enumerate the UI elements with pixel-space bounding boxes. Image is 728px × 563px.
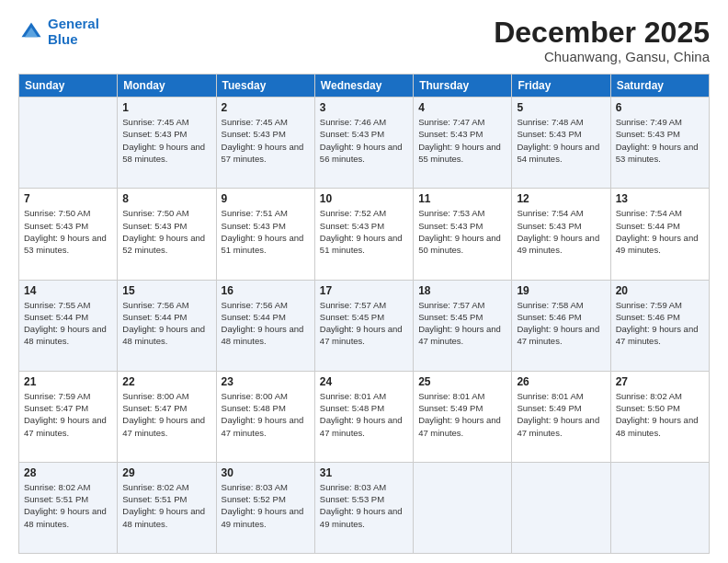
day-info: Sunrise: 8:00 AM Sunset: 5:47 PM Dayligh… — [122, 390, 210, 439]
day-number: 1 — [122, 101, 210, 114]
day-cell: 6Sunrise: 7:49 AM Sunset: 5:43 PM Daylig… — [610, 98, 709, 189]
day-cell: 18Sunrise: 7:57 AM Sunset: 5:45 PM Dayli… — [414, 280, 512, 371]
day-info: Sunrise: 7:50 AM Sunset: 5:43 PM Dayligh… — [24, 207, 112, 256]
weekday-header-thursday: Thursday — [414, 75, 512, 98]
day-cell: 19Sunrise: 7:58 AM Sunset: 5:46 PM Dayli… — [512, 280, 610, 371]
day-info: Sunrise: 7:58 AM Sunset: 5:46 PM Dayligh… — [517, 299, 605, 348]
day-info: Sunrise: 7:47 AM Sunset: 5:43 PM Dayligh… — [418, 116, 506, 165]
day-cell: 3Sunrise: 7:46 AM Sunset: 5:43 PM Daylig… — [314, 98, 413, 189]
day-cell: 25Sunrise: 8:01 AM Sunset: 5:49 PM Dayli… — [414, 371, 512, 462]
day-info: Sunrise: 7:57 AM Sunset: 5:45 PM Dayligh… — [320, 299, 408, 348]
day-cell — [512, 462, 610, 553]
location-title: Chuanwang, Gansu, China — [494, 49, 710, 64]
day-cell: 5Sunrise: 7:48 AM Sunset: 5:43 PM Daylig… — [512, 98, 610, 189]
day-number: 29 — [122, 466, 210, 479]
calendar-table: SundayMondayTuesdayWednesdayThursdayFrid… — [18, 74, 710, 554]
day-cell: 28Sunrise: 8:02 AM Sunset: 5:51 PM Dayli… — [19, 462, 118, 553]
day-cell: 12Sunrise: 7:54 AM Sunset: 5:43 PM Dayli… — [512, 189, 610, 280]
day-info: Sunrise: 7:50 AM Sunset: 5:43 PM Dayligh… — [122, 207, 210, 256]
weekday-header-saturday: Saturday — [610, 75, 709, 98]
day-number: 9 — [222, 192, 310, 205]
day-info: Sunrise: 8:01 AM Sunset: 5:49 PM Dayligh… — [517, 390, 605, 439]
day-info: Sunrise: 7:54 AM Sunset: 5:44 PM Dayligh… — [616, 207, 704, 256]
weekday-header-tuesday: Tuesday — [216, 75, 314, 98]
day-number: 24 — [320, 375, 408, 388]
day-cell: 4Sunrise: 7:47 AM Sunset: 5:43 PM Daylig… — [414, 98, 512, 189]
day-info: Sunrise: 8:02 AM Sunset: 5:50 PM Dayligh… — [616, 390, 704, 439]
header: General Blue December 2025 Chuanwang, Ga… — [18, 17, 710, 64]
day-cell: 1Sunrise: 7:45 AM Sunset: 5:43 PM Daylig… — [118, 98, 216, 189]
day-number: 30 — [222, 466, 310, 479]
day-number: 16 — [222, 284, 310, 297]
day-number: 23 — [222, 375, 310, 388]
day-info: Sunrise: 8:00 AM Sunset: 5:48 PM Dayligh… — [222, 390, 310, 439]
day-info: Sunrise: 7:45 AM Sunset: 5:43 PM Dayligh… — [222, 116, 310, 165]
day-cell: 23Sunrise: 8:00 AM Sunset: 5:48 PM Dayli… — [216, 371, 314, 462]
weekday-header-monday: Monday — [118, 75, 216, 98]
day-cell: 17Sunrise: 7:57 AM Sunset: 5:45 PM Dayli… — [314, 280, 413, 371]
weekday-header-row: SundayMondayTuesdayWednesdayThursdayFrid… — [19, 75, 710, 98]
day-info: Sunrise: 7:48 AM Sunset: 5:43 PM Dayligh… — [517, 116, 605, 165]
logo-line2: Blue — [48, 31, 78, 47]
day-cell: 15Sunrise: 7:56 AM Sunset: 5:44 PM Dayli… — [118, 280, 216, 371]
day-number: 26 — [517, 375, 605, 388]
day-info: Sunrise: 8:01 AM Sunset: 5:49 PM Dayligh… — [418, 390, 506, 439]
day-number: 14 — [24, 284, 112, 297]
day-number: 22 — [122, 375, 210, 388]
day-cell: 21Sunrise: 7:59 AM Sunset: 5:47 PM Dayli… — [19, 371, 118, 462]
day-number: 13 — [616, 192, 704, 205]
day-info: Sunrise: 8:03 AM Sunset: 5:53 PM Dayligh… — [320, 481, 408, 530]
day-number: 25 — [418, 375, 506, 388]
day-info: Sunrise: 7:52 AM Sunset: 5:43 PM Dayligh… — [320, 207, 408, 256]
day-number: 8 — [122, 192, 210, 205]
day-info: Sunrise: 7:45 AM Sunset: 5:43 PM Dayligh… — [122, 116, 210, 165]
day-number: 3 — [320, 101, 408, 114]
day-info: Sunrise: 7:55 AM Sunset: 5:44 PM Dayligh… — [24, 299, 112, 348]
day-number: 10 — [320, 192, 408, 205]
day-cell: 10Sunrise: 7:52 AM Sunset: 5:43 PM Dayli… — [314, 189, 413, 280]
day-number: 21 — [24, 375, 112, 388]
logo-line1: General — [48, 16, 99, 31]
day-cell: 14Sunrise: 7:55 AM Sunset: 5:44 PM Dayli… — [19, 280, 118, 371]
logo-icon — [18, 19, 44, 45]
day-cell: 7Sunrise: 7:50 AM Sunset: 5:43 PM Daylig… — [19, 189, 118, 280]
week-row-3: 14Sunrise: 7:55 AM Sunset: 5:44 PM Dayli… — [19, 280, 710, 371]
day-info: Sunrise: 7:54 AM Sunset: 5:43 PM Dayligh… — [517, 207, 605, 256]
day-number: 20 — [616, 284, 704, 297]
day-number: 19 — [517, 284, 605, 297]
day-number: 12 — [517, 192, 605, 205]
day-info: Sunrise: 7:46 AM Sunset: 5:43 PM Dayligh… — [320, 116, 408, 165]
day-number: 15 — [122, 284, 210, 297]
day-cell: 20Sunrise: 7:59 AM Sunset: 5:46 PM Dayli… — [610, 280, 709, 371]
weekday-header-sunday: Sunday — [19, 75, 118, 98]
day-cell: 31Sunrise: 8:03 AM Sunset: 5:53 PM Dayli… — [314, 462, 413, 553]
day-info: Sunrise: 7:57 AM Sunset: 5:45 PM Dayligh… — [418, 299, 506, 348]
day-cell — [19, 98, 118, 189]
day-number: 28 — [24, 466, 112, 479]
title-block: December 2025 Chuanwang, Gansu, China — [494, 17, 710, 64]
day-cell: 27Sunrise: 8:02 AM Sunset: 5:50 PM Dayli… — [610, 371, 709, 462]
day-cell: 26Sunrise: 8:01 AM Sunset: 5:49 PM Dayli… — [512, 371, 610, 462]
day-info: Sunrise: 8:01 AM Sunset: 5:48 PM Dayligh… — [320, 390, 408, 439]
week-row-5: 28Sunrise: 8:02 AM Sunset: 5:51 PM Dayli… — [19, 462, 710, 553]
day-number: 6 — [616, 101, 704, 114]
day-number: 17 — [320, 284, 408, 297]
week-row-2: 7Sunrise: 7:50 AM Sunset: 5:43 PM Daylig… — [19, 189, 710, 280]
day-cell: 30Sunrise: 8:03 AM Sunset: 5:52 PM Dayli… — [216, 462, 314, 553]
day-info: Sunrise: 7:59 AM Sunset: 5:47 PM Dayligh… — [24, 390, 112, 439]
day-info: Sunrise: 7:53 AM Sunset: 5:43 PM Dayligh… — [418, 207, 506, 256]
day-number: 27 — [616, 375, 704, 388]
day-info: Sunrise: 7:59 AM Sunset: 5:46 PM Dayligh… — [616, 299, 704, 348]
day-info: Sunrise: 7:49 AM Sunset: 5:43 PM Dayligh… — [616, 116, 704, 165]
day-cell — [610, 462, 709, 553]
weekday-header-wednesday: Wednesday — [314, 75, 413, 98]
day-cell: 13Sunrise: 7:54 AM Sunset: 5:44 PM Dayli… — [610, 189, 709, 280]
day-cell — [414, 462, 512, 553]
day-number: 5 — [517, 101, 605, 114]
day-cell: 11Sunrise: 7:53 AM Sunset: 5:43 PM Dayli… — [414, 189, 512, 280]
logo: General Blue — [18, 17, 99, 47]
day-number: 7 — [24, 192, 112, 205]
day-cell: 2Sunrise: 7:45 AM Sunset: 5:43 PM Daylig… — [216, 98, 314, 189]
day-info: Sunrise: 7:56 AM Sunset: 5:44 PM Dayligh… — [222, 299, 310, 348]
page: General Blue December 2025 Chuanwang, Ga… — [0, 0, 728, 563]
